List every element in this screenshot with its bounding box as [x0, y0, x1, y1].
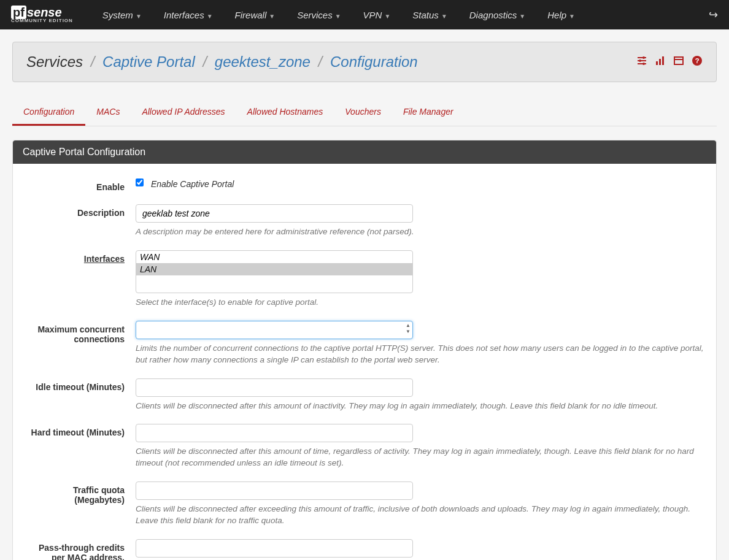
help-quota: Clients will be disconnected after excee… [136, 504, 704, 527]
tab-file-manager[interactable]: File Manager [392, 99, 465, 126]
row-enable: Enable Enable Captive Portal [25, 172, 704, 198]
nav-item-status[interactable]: Status▼ [401, 1, 458, 29]
svg-rect-9 [674, 57, 683, 64]
label-enable: Enable [25, 178, 136, 192]
sliders-icon[interactable] [636, 55, 647, 69]
tabs: Configuration MACs Allowed IP Addresses … [12, 99, 717, 126]
option-lan[interactable]: LAN [136, 263, 412, 275]
config-panel: Captive Portal Configuration Enable Enab… [12, 140, 717, 560]
chart-icon[interactable] [655, 55, 666, 69]
nav-item-vpn[interactable]: VPN▼ [352, 1, 402, 29]
breadcrumb-captive-portal[interactable]: Captive Portal [102, 53, 195, 70]
svg-point-5 [642, 63, 645, 65]
breadcrumb-zone[interactable]: geektest_zone [215, 53, 310, 70]
help-icon[interactable]: ? [692, 55, 703, 69]
caret-icon: ▼ [269, 13, 275, 20]
passthru-credits-input[interactable] [136, 539, 413, 558]
label-hard: Hard timeout (Minutes) [25, 424, 136, 437]
nav-item-firewall[interactable]: Firewall▼ [224, 1, 287, 29]
nav-item-help[interactable]: Help▼ [536, 1, 586, 29]
label-passthru: Pass-through credits per MAC address. [25, 539, 136, 560]
nav-item-system[interactable]: System▼ [91, 1, 153, 29]
caret-icon: ▼ [441, 13, 447, 20]
idle-timeout-input[interactable] [136, 378, 413, 397]
page-action-icons: ? [636, 55, 703, 69]
traffic-quota-input[interactable] [136, 481, 413, 500]
option-wan[interactable]: WAN [136, 251, 412, 263]
tab-macs[interactable]: MACs [85, 99, 131, 126]
logo-subtitle: COMMUNITY EDITION [11, 18, 73, 23]
logo[interactable]: pfsense COMMUNITY EDITION [11, 7, 73, 23]
caret-icon: ▼ [384, 13, 390, 20]
breadcrumb-panel: Services / Captive Portal / geektest_zon… [12, 42, 717, 82]
label-quota: Traffic quota (Megabytes) [25, 481, 136, 505]
spinner-icon[interactable]: ▲▼ [406, 323, 411, 335]
help-idle: Clients will be disconnected after this … [136, 401, 704, 412]
label-description: Description [25, 204, 136, 218]
svg-rect-8 [662, 56, 664, 65]
row-maxconn: Maximum concurrent connections ▲▼ Limits… [25, 315, 704, 372]
nav-item-diagnostics[interactable]: Diagnostics▼ [458, 1, 536, 29]
caret-icon: ▼ [136, 13, 142, 20]
help-interfaces: Select the interface(s) to enable for ca… [136, 297, 704, 309]
panel-title: Captive Portal Configuration [13, 140, 716, 164]
svg-text:?: ? [695, 57, 700, 64]
svg-rect-6 [656, 61, 658, 65]
row-hard: Hard timeout (Minutes) Clients will be d… [25, 418, 704, 475]
maxconn-input[interactable] [136, 321, 413, 339]
help-hard: Clients will be disconnected after this … [136, 446, 704, 469]
breadcrumb-root: Services [26, 53, 83, 70]
enable-checkbox-label: Enable Captive Portal [151, 179, 234, 189]
row-interfaces: Interfaces WAN LAN Select the interface(… [25, 244, 704, 315]
label-idle: Idle timeout (Minutes) [25, 378, 136, 392]
help-maxconn: Limits the number of concurrent connecti… [136, 343, 704, 366]
interfaces-select[interactable]: WAN LAN [136, 250, 413, 293]
row-description: Description A description may be entered… [25, 198, 704, 244]
label-maxconn: Maximum concurrent connections [25, 321, 136, 344]
enable-checkbox[interactable] [136, 178, 144, 186]
breadcrumb-current[interactable]: Configuration [330, 53, 418, 70]
caret-icon: ▼ [569, 13, 575, 20]
breadcrumb: Services / Captive Portal / geektest_zon… [26, 53, 418, 71]
tab-vouchers[interactable]: Vouchers [334, 99, 392, 126]
svg-point-4 [639, 59, 641, 62]
nav-item-services[interactable]: Services▼ [286, 1, 352, 29]
svg-point-3 [642, 56, 645, 59]
nav-item-interfaces[interactable]: Interfaces▼ [153, 1, 224, 29]
caret-icon: ▼ [519, 13, 525, 20]
svg-rect-7 [659, 59, 661, 65]
logo-prefix: pf [11, 6, 26, 19]
label-interfaces: Interfaces [25, 250, 136, 264]
row-idle: Idle timeout (Minutes) Clients will be d… [25, 372, 704, 418]
row-passthru: Pass-through credits per MAC address. Al… [25, 533, 704, 560]
description-input[interactable] [136, 204, 413, 223]
tab-configuration[interactable]: Configuration [12, 99, 85, 126]
caret-icon: ▼ [207, 13, 213, 20]
caret-icon: ▼ [335, 13, 341, 20]
log-icon[interactable] [673, 55, 684, 69]
help-description: A description may be entered here for ad… [136, 226, 704, 238]
nav-menu: System▼ Interfaces▼ Firewall▼ Services▼ … [91, 1, 709, 29]
top-navbar: pfsense COMMUNITY EDITION System▼ Interf… [0, 0, 729, 29]
hard-timeout-input[interactable] [136, 424, 413, 442]
tab-allowed-ip[interactable]: Allowed IP Addresses [131, 99, 236, 126]
logo-brand: sense [27, 6, 62, 19]
logout-icon[interactable]: ↪ [709, 8, 718, 21]
row-quota: Traffic quota (Megabytes) Clients will b… [25, 475, 704, 533]
tab-allowed-hostnames[interactable]: Allowed Hostnames [236, 99, 334, 126]
